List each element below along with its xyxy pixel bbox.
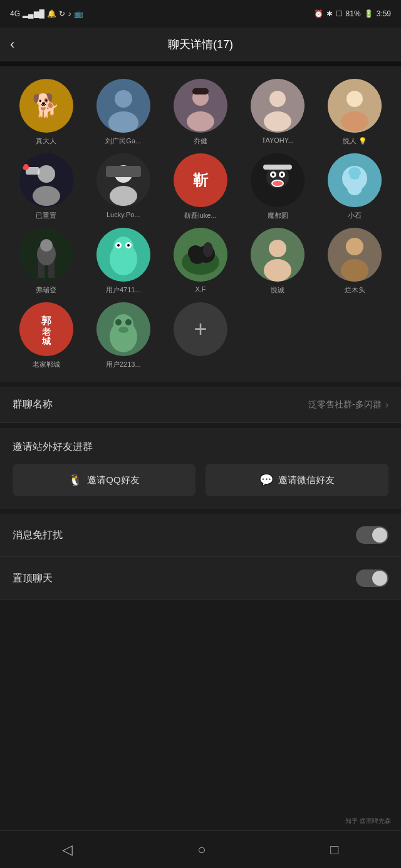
svg-rect-30: [263, 165, 292, 170]
qq-icon: 🐧: [68, 473, 82, 487]
battery-icon: 🔋: [364, 9, 373, 18]
recent-nav-icon: □: [330, 842, 338, 858]
home-nav-icon: ○: [197, 842, 206, 858]
list-item[interactable]: TAYOHY...: [242, 79, 314, 146]
add-member-button[interactable]: +: [174, 302, 227, 356]
svg-point-17: [23, 164, 29, 170]
avatar: [328, 153, 382, 207]
member-name: X.F: [195, 285, 206, 293]
invite-wechat-button[interactable]: 💬 邀请微信好友: [206, 464, 388, 496]
svg-point-1: [115, 90, 132, 108]
signal-icon: 4G: [10, 9, 20, 18]
list-item[interactable]: 用户2213...: [87, 302, 159, 369]
avatar: [19, 228, 73, 282]
group-name-row[interactable]: 群聊名称 泛零售社群-多闪群 ›: [0, 387, 401, 423]
list-item[interactable]: 已重置: [10, 153, 82, 220]
svg-point-35: [343, 173, 350, 181]
list-item[interactable]: 乔健: [164, 79, 236, 146]
list-item[interactable]: 郭老城 老家郸城: [10, 302, 82, 369]
svg-text:郭: 郭: [41, 315, 51, 326]
group-name-value-container: 泛零售社群-多闪群 ›: [308, 399, 388, 411]
home-nav-button[interactable]: ○: [197, 842, 206, 858]
recent-nav-button[interactable]: □: [330, 842, 338, 858]
svg-point-69: [115, 319, 122, 325]
avatar: 郭老城: [19, 302, 73, 356]
list-item[interactable]: 弗瑞登: [10, 228, 82, 295]
toggle-section: 消息免打扰 置顶聊天: [0, 514, 401, 600]
avatar: [96, 228, 150, 282]
wifi-icon: 🔔: [47, 9, 56, 18]
pin-label: 置顶聊天: [13, 572, 53, 585]
svg-point-29: [273, 181, 283, 186]
list-item[interactable]: Lucky.Po...: [87, 153, 159, 220]
mute-notifications-row[interactable]: 消息免打扰: [0, 514, 401, 557]
avatar: 🐕: [19, 79, 73, 133]
svg-point-54: [203, 242, 213, 257]
member-name: 烂木头: [345, 285, 365, 295]
member-name: 用户4711...: [106, 285, 141, 295]
back-button[interactable]: ‹: [10, 36, 14, 53]
list-item[interactable]: 悦诚: [242, 228, 314, 295]
pin-toggle[interactable]: [356, 569, 388, 587]
member-name: Lucky.Po...: [107, 211, 140, 218]
list-item[interactable]: 小石: [319, 153, 391, 220]
list-item[interactable]: 刘广民Ga...: [87, 79, 159, 146]
invite-wechat-label: 邀请微信好友: [278, 474, 335, 486]
mute-toggle[interactable]: [356, 526, 388, 544]
svg-point-58: [264, 259, 291, 282]
pin-chat-row[interactable]: 置顶聊天: [0, 557, 401, 600]
member-name: 乔健: [194, 136, 207, 146]
svg-point-33: [348, 167, 361, 180]
avatar: [251, 228, 305, 282]
list-item[interactable]: X.F: [164, 228, 236, 295]
sync-icon: ↻: [59, 9, 65, 18]
list-item[interactable]: 🐕 真大人: [10, 79, 82, 146]
svg-rect-6: [192, 88, 209, 94]
svg-point-71: [118, 327, 128, 333]
signal-bars: ▂▄▆█: [23, 9, 44, 18]
invite-buttons-container: 🐧 邀请QQ好友 💬 邀请微信好友: [13, 464, 388, 496]
svg-point-8: [269, 91, 286, 107]
member-name: 用户2213...: [106, 360, 141, 369]
group-name-value: 泛零售社群-多闪群: [308, 399, 382, 411]
member-name: 魔都圆: [268, 211, 288, 220]
svg-point-61: [341, 259, 368, 282]
back-nav-icon: ◁: [62, 842, 73, 858]
invite-qq-label: 邀请QQ好友: [87, 474, 139, 486]
svg-point-9: [264, 111, 291, 131]
avatar: [96, 153, 150, 207]
chevron-right-icon: ›: [385, 399, 388, 411]
avatar: [19, 153, 73, 207]
svg-point-42: [20, 228, 25, 233]
svg-point-27: [281, 173, 283, 176]
svg-point-20: [110, 186, 137, 206]
avatar: [251, 79, 305, 133]
watermark: 知乎 @黑啤先森: [345, 817, 391, 825]
list-item[interactable]: 靳 靳磊luke...: [164, 153, 236, 220]
svg-point-57: [269, 240, 286, 257]
invite-qq-button[interactable]: 🐧 邀请QQ好友: [13, 464, 195, 496]
list-item[interactable]: 用户4711...: [87, 228, 159, 295]
svg-point-60: [346, 238, 363, 255]
members-grid: 🐕 真大人 刘广民Ga... 乔健 TAYOHY... 悦人 💡: [10, 79, 391, 369]
member-name: TAYOHY...: [262, 136, 294, 144]
list-item[interactable]: +: [164, 302, 236, 369]
back-nav-button[interactable]: ◁: [62, 842, 73, 858]
avatar: [328, 79, 382, 133]
mute-label: 消息免打扰: [13, 529, 63, 542]
invite-section: 邀请站外好友进群 🐧 邀请QQ好友 💬 邀请微信好友: [0, 428, 401, 509]
battery-level: 81%: [346, 9, 361, 18]
bottom-navigation: ◁ ○ □: [0, 830, 401, 868]
mute-toggle-knob: [372, 528, 387, 543]
invite-label: 邀请站外好友进群: [13, 441, 388, 454]
list-item[interactable]: 魔都圆: [242, 153, 314, 220]
list-item[interactable]: 烂木头: [319, 228, 391, 295]
svg-point-26: [272, 173, 274, 176]
member-name: 老家郸城: [33, 360, 60, 369]
svg-point-11: [346, 91, 363, 107]
time: 3:59: [377, 9, 391, 18]
list-item[interactable]: 悦人 💡: [319, 79, 391, 146]
member-name: 已重置: [36, 211, 56, 220]
svg-rect-21: [106, 166, 141, 177]
member-name: 悦诚: [271, 285, 284, 295]
